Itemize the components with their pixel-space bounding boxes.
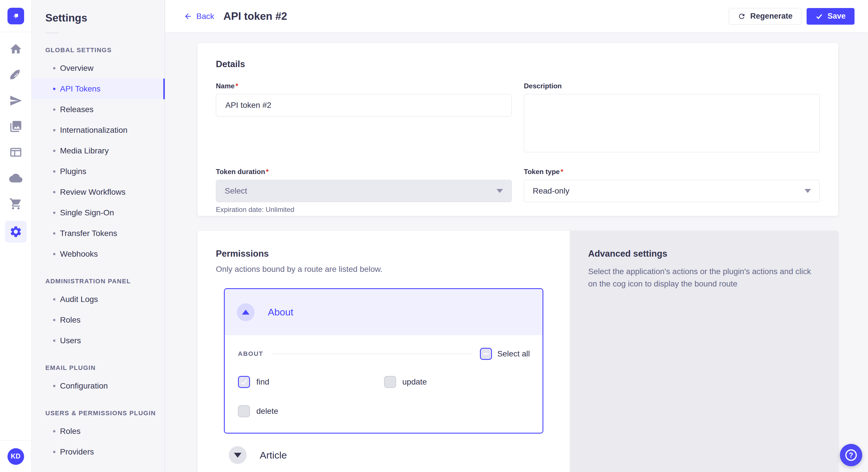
permission-action-update[interactable]: update xyxy=(384,376,530,388)
sidebar-item-label: Webhooks xyxy=(60,249,98,259)
type-field-group: Token type* Read-only xyxy=(524,168,820,214)
accordion-about-header[interactable]: About xyxy=(225,289,542,335)
sidebar-item-providers[interactable]: Providers xyxy=(32,442,165,462)
sidebar-item-overview[interactable]: Overview xyxy=(32,58,165,78)
sidebar-item-label: Overview xyxy=(60,64,94,73)
token-duration-select[interactable]: Select xyxy=(216,180,512,202)
accordion-article-header[interactable]: Article xyxy=(216,446,551,464)
sidebar-item-label: Transfer Tokens xyxy=(60,229,117,238)
advanced-settings-text: Select the application's actions or the … xyxy=(588,265,815,290)
about-section-label: ABOUT xyxy=(238,350,263,358)
section-header-email-plugin: EMAIL PLUGIN xyxy=(45,364,165,372)
sidebar-item-label: Roles xyxy=(60,427,81,436)
sidebar-item-label: Plugins xyxy=(60,167,86,176)
sidebar-item-webhooks[interactable]: Webhooks xyxy=(32,244,165,264)
sidebar-item-internationalization[interactable]: Internationalization xyxy=(32,120,165,140)
name-label: Name* xyxy=(216,82,512,90)
bullet xyxy=(53,191,55,193)
details-card: Details Name* Description Token xyxy=(197,43,838,216)
main-area: Back API token #2 Regenerate Save Detail… xyxy=(165,0,868,472)
sidebar-item-review-workflows[interactable]: Review Workflows xyxy=(32,182,165,202)
sidebar-item-api-tokens[interactable]: API Tokens xyxy=(32,78,165,99)
sidebar-item-label: Internationalization xyxy=(60,126,127,135)
token-type-value: Read-only xyxy=(533,187,569,196)
back-label: Back xyxy=(196,12,214,21)
strapi-logo[interactable] xyxy=(7,8,24,24)
home-icon[interactable] xyxy=(6,40,25,58)
advanced-settings-heading: Advanced settings xyxy=(588,248,820,259)
sidebar-item-transfer-tokens[interactable]: Transfer Tokens xyxy=(32,223,165,244)
description-label: Description xyxy=(524,82,820,90)
settings-icon[interactable] xyxy=(5,221,27,243)
token-type-select[interactable]: Read-only xyxy=(524,180,820,202)
expand-button[interactable] xyxy=(229,446,247,464)
permissions-card: Permissions Only actions bound by a rout… xyxy=(197,231,838,472)
strapi-logo-glyph xyxy=(11,11,21,21)
back-link[interactable]: Back xyxy=(184,12,214,21)
help-icon: ? xyxy=(845,449,857,461)
sidebar-item-releases[interactable]: Releases xyxy=(32,99,165,120)
delete-checkbox[interactable] xyxy=(238,405,250,417)
update-checkbox[interactable] xyxy=(384,376,396,388)
duration-label: Token duration* xyxy=(216,168,512,176)
sidebar-item-label: Media Library xyxy=(60,146,109,156)
chevron-down-icon xyxy=(234,453,241,458)
find-checkbox[interactable] xyxy=(238,376,250,388)
token-duration-value: Select xyxy=(225,187,247,196)
bullet xyxy=(53,170,55,173)
avatar[interactable]: KD xyxy=(7,448,24,465)
details-grid: Name* Description Token duration* Sele xyxy=(216,82,820,214)
bullet xyxy=(53,298,55,301)
arrow-left-icon xyxy=(184,12,192,21)
permission-action-label: update xyxy=(402,377,427,386)
permission-action-find[interactable]: find xyxy=(238,376,384,388)
sidebar-item-label: Providers xyxy=(60,447,94,457)
refresh-icon xyxy=(738,12,746,20)
sidebar-item-media-library[interactable]: Media Library xyxy=(32,140,165,161)
sidebar-item-label: Roles xyxy=(60,315,81,325)
required-marker: * xyxy=(236,82,238,90)
releases-icon[interactable] xyxy=(6,92,25,109)
regenerate-button[interactable]: Regenerate xyxy=(729,8,801,25)
duration-field-group: Token duration* Select Expiration date: … xyxy=(216,168,512,214)
sidebar-item-plugins[interactable]: Plugins xyxy=(32,161,165,182)
required-marker: * xyxy=(266,168,269,175)
select-all-label: Select all xyxy=(497,349,530,359)
cloud-icon[interactable] xyxy=(6,169,25,187)
select-all-control[interactable]: Select all xyxy=(480,348,530,360)
bullet xyxy=(53,88,55,90)
sidebar-item-audit-logs[interactable]: Audit Logs xyxy=(32,289,165,310)
required-marker: * xyxy=(561,168,563,175)
permission-actions-grid: find update delete xyxy=(238,376,530,417)
bullet xyxy=(53,253,55,255)
permissions-panel: Permissions Only actions bound by a rout… xyxy=(197,231,570,472)
header-actions: Regenerate Save xyxy=(729,8,855,25)
save-button[interactable]: Save xyxy=(807,8,855,25)
marketplace-icon[interactable] xyxy=(6,195,25,213)
sidebar-title: Settings xyxy=(45,12,165,24)
sidebar-item-label: Single Sign-On xyxy=(60,208,114,217)
sidebar-item-admin-roles[interactable]: Roles xyxy=(32,310,165,330)
page-header: Back API token #2 Regenerate Save xyxy=(165,0,868,32)
description-textarea[interactable] xyxy=(524,94,820,152)
icon-rail: KD xyxy=(0,0,32,472)
content-manager-icon[interactable] xyxy=(6,66,25,84)
duration-label-text: Token duration xyxy=(216,168,265,175)
content-type-builder-icon[interactable] xyxy=(6,143,25,161)
help-button[interactable]: ? xyxy=(840,444,862,466)
select-all-checkbox[interactable] xyxy=(480,348,492,360)
media-library-icon[interactable] xyxy=(6,117,25,135)
bullet xyxy=(53,212,55,214)
sidebar-item-single-sign-on[interactable]: Single Sign-On xyxy=(32,202,165,223)
name-input[interactable] xyxy=(216,94,512,116)
sidebar-item-up-roles[interactable]: Roles xyxy=(32,421,165,442)
bullet xyxy=(53,108,55,111)
sidebar-item-label: Review Workflows xyxy=(60,188,125,197)
collapse-button[interactable] xyxy=(237,303,255,321)
app-root: KD Settings GLOBAL SETTINGS Overview API… xyxy=(0,0,868,472)
sidebar-item-configuration[interactable]: Configuration xyxy=(32,376,165,396)
section-header-global-settings: GLOBAL SETTINGS xyxy=(45,46,165,54)
section-header-users-permissions-plugin: USERS & PERMISSIONS PLUGIN xyxy=(45,409,165,417)
sidebar-item-users[interactable]: Users xyxy=(32,330,165,351)
permission-action-delete[interactable]: delete xyxy=(238,405,384,417)
